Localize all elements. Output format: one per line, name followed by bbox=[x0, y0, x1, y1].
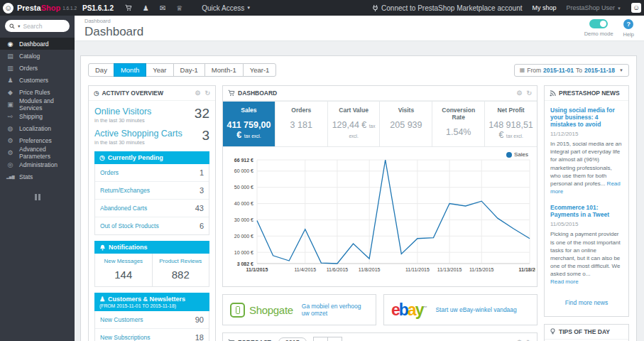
range-year-1-button[interactable]: Year-1 bbox=[243, 63, 277, 77]
forecast-prev-button[interactable]: ◀◀ bbox=[313, 337, 328, 341]
list-item[interactable]: New Subscriptions18 bbox=[95, 328, 209, 341]
trophy-icon[interactable]: ♕ bbox=[176, 4, 182, 12]
quick-access-menu[interactable]: Quick Access▼ bbox=[202, 4, 251, 12]
sidebar-item-customers[interactable]: ♟Customers bbox=[0, 74, 75, 86]
refresh-icon[interactable]: ↻ bbox=[526, 90, 532, 97]
sidebar-item-catalog[interactable]: ▤Catalog bbox=[0, 50, 75, 62]
range-year-button[interactable]: Year bbox=[146, 63, 173, 77]
sidebar-item-stats[interactable]: ▂▅▇Stats bbox=[0, 170, 75, 183]
refresh-icon[interactable]: ↻ bbox=[204, 90, 210, 97]
notifications-header: Notifications bbox=[94, 241, 209, 254]
read-more-link[interactable]: Read more bbox=[550, 278, 579, 285]
cart-icon[interactable] bbox=[125, 4, 132, 11]
range-day-button[interactable]: Day bbox=[88, 63, 114, 77]
sidebar-item-orders[interactable]: ▥Orders bbox=[0, 62, 75, 74]
sidebar-item-advanced-parameters[interactable]: ⚙Advanced Parameters bbox=[0, 146, 75, 158]
list-item[interactable]: Return/Exchanges3 bbox=[95, 181, 209, 199]
list-item[interactable]: Abandoned Carts43 bbox=[95, 199, 209, 217]
forecast-panel: FORECAST 2015 ◀◀ ▶▶ ⚙↻ Traffic Conversio… bbox=[222, 332, 537, 341]
list-item[interactable]: Orders1 bbox=[95, 164, 209, 181]
gear-icon[interactable]: ⚙ bbox=[195, 90, 200, 97]
date-range-picker[interactable]: ▦ From2015-11-01 To2015-11-18 ▼ bbox=[514, 64, 629, 77]
range-month-button[interactable]: Month bbox=[114, 63, 146, 77]
ebay-promo-card[interactable]: ebay™ Start uw eBay-winkel vandaag bbox=[383, 294, 537, 325]
kpi-sales[interactable]: Sales411 759,00 € tax excl. bbox=[223, 102, 275, 146]
wrench-icon: ⚙ bbox=[6, 137, 14, 144]
sidebar-item-preferences[interactable]: ⚙Preferences bbox=[0, 134, 75, 146]
gear-icon[interactable]: ⚙ bbox=[516, 90, 522, 97]
top-bar: ☺ PrestaShop 1.6.1.2 PS1.6.1.2 ♟ ✉ ♕ Qui… bbox=[0, 0, 644, 16]
gauge-icon: ◉ bbox=[6, 40, 14, 48]
new-messages-cell[interactable]: New Messages144 bbox=[95, 254, 153, 286]
help-icon[interactable]: ? bbox=[623, 19, 633, 29]
shopgate-promo-card[interactable]: Shopgate Ga mobiel en verhoog uw omzet bbox=[222, 294, 376, 325]
online-visitors-value: 32 bbox=[195, 107, 209, 120]
gear-icon[interactable]: ⚙ bbox=[516, 339, 522, 341]
shopgate-promo-link[interactable]: Ga mobiel en verhoog uw omzet bbox=[302, 303, 369, 317]
refresh-icon[interactable]: ↻ bbox=[526, 339, 532, 341]
help-control: ? Help bbox=[623, 19, 634, 38]
news-article: Using social media for your business: 4 … bbox=[550, 107, 623, 195]
product-reviews-cell[interactable]: Product Reviews882 bbox=[153, 254, 209, 286]
list-item[interactable]: Out of Stock Products6 bbox=[95, 217, 209, 234]
chevron-down-icon: ▼ bbox=[246, 6, 251, 10]
tag-icon: ◆ bbox=[6, 89, 14, 96]
my-shop-link[interactable]: My shop bbox=[532, 4, 556, 11]
user-icon[interactable]: ♟ bbox=[143, 4, 149, 12]
list-item[interactable]: New Customers90 bbox=[95, 311, 209, 328]
user-menu[interactable]: PrestaShop User▼ bbox=[567, 4, 622, 11]
collapse-menu-toggle[interactable] bbox=[34, 194, 41, 200]
avatar[interactable]: ☺ bbox=[631, 3, 641, 13]
ebay-promo-link[interactable]: Start uw eBay-winkel vandaag bbox=[435, 306, 516, 313]
kpi-visits[interactable]: Visits205 939 bbox=[379, 102, 432, 146]
page-title: Dashboard bbox=[84, 25, 635, 39]
kpi-net-profit[interactable]: Net Profit148 918,51 € tax excl. bbox=[484, 102, 537, 146]
active-carts-stat: Active Shopping Carts in the last 30 min… bbox=[94, 129, 209, 146]
chart-legend[interactable]: Sales bbox=[506, 151, 528, 158]
svg-text:11/6/2015: 11/6/2015 bbox=[327, 267, 349, 272]
kpi-cart-value[interactable]: Cart Value129,44 € tax excl. bbox=[327, 102, 380, 146]
version-label: 1.6.1.2 bbox=[62, 6, 77, 11]
range-day-1-button[interactable]: Day-1 bbox=[173, 63, 205, 77]
kpi-orders[interactable]: Orders3 181 bbox=[275, 102, 327, 146]
bell-icon bbox=[99, 244, 106, 251]
search-icon bbox=[9, 23, 15, 29]
puzzle-icon: ▣ bbox=[6, 101, 14, 108]
cog-icon: ◎ bbox=[6, 161, 14, 168]
notifications-cells: New Messages144 Product Reviews882 bbox=[94, 254, 209, 287]
kpi-conversion-rate[interactable]: Conversion Rate1.54% bbox=[432, 102, 484, 146]
news-panel-title: PRESTASHOP NEWS bbox=[559, 90, 620, 97]
svg-text:11/4/2015: 11/4/2015 bbox=[294, 267, 316, 272]
news-article-link[interactable]: Ecommerce 101: Payments in a Tweet bbox=[550, 204, 623, 218]
sidebar-item-administration[interactable]: ◎Administration bbox=[0, 158, 75, 170]
find-more-news-link[interactable]: Find more news bbox=[550, 295, 623, 313]
cogs-icon: ⚙ bbox=[6, 149, 14, 156]
news-article-link[interactable]: Using social media for your business: 4 … bbox=[550, 107, 623, 128]
dashboard-panel-title: DASHBOARD bbox=[238, 90, 277, 97]
sidebar-item-modules[interactable]: ▣Modules and Services bbox=[0, 98, 75, 110]
ebay-logo: ebay™ bbox=[391, 302, 427, 318]
search-input[interactable]: ▼ Search bbox=[5, 20, 70, 32]
active-carts-link[interactable]: Active Shopping Carts bbox=[94, 129, 182, 139]
globe-icon: ◍ bbox=[6, 125, 14, 132]
online-visitors-link[interactable]: Online Visitors bbox=[94, 107, 151, 117]
envelope-icon[interactable]: ✉ bbox=[160, 4, 165, 12]
svg-text:11/18/201: 11/18/201 bbox=[519, 267, 535, 272]
range-month-1-button[interactable]: Month-1 bbox=[204, 63, 244, 77]
connect-marketplace-link[interactable]: Connect to PrestaShop Marketplace accoun… bbox=[372, 4, 522, 12]
sidebar-item-shipping[interactable]: ⇨Shipping bbox=[0, 110, 75, 122]
forecast-next-button[interactable]: ▶▶ bbox=[327, 337, 342, 341]
svg-text:11/8/2015: 11/8/2015 bbox=[359, 267, 381, 272]
range-button-group: Day Month Year Day-1 Month-1 Year-1 bbox=[88, 63, 276, 77]
demo-mode-toggle[interactable] bbox=[589, 19, 608, 28]
sidebar-item-localization[interactable]: ◍Localization bbox=[0, 122, 75, 134]
sidebar-item-price-rules[interactable]: ◆Price Rules bbox=[0, 86, 75, 98]
sidebar-item-dashboard[interactable]: ◉Dashboard bbox=[0, 38, 75, 50]
search-placeholder: Search bbox=[23, 23, 42, 30]
clock-icon: ◷ bbox=[94, 90, 99, 97]
forecast-year[interactable]: 2015 bbox=[278, 337, 307, 341]
online-visitors-stat: Online Visitors in the last 30 minutes 3… bbox=[94, 107, 209, 124]
svg-text:50 000 €: 50 000 € bbox=[234, 185, 253, 190]
svg-text:11/15/2015: 11/15/2015 bbox=[469, 267, 494, 272]
svg-text:3 082 €: 3 082 € bbox=[237, 261, 253, 266]
